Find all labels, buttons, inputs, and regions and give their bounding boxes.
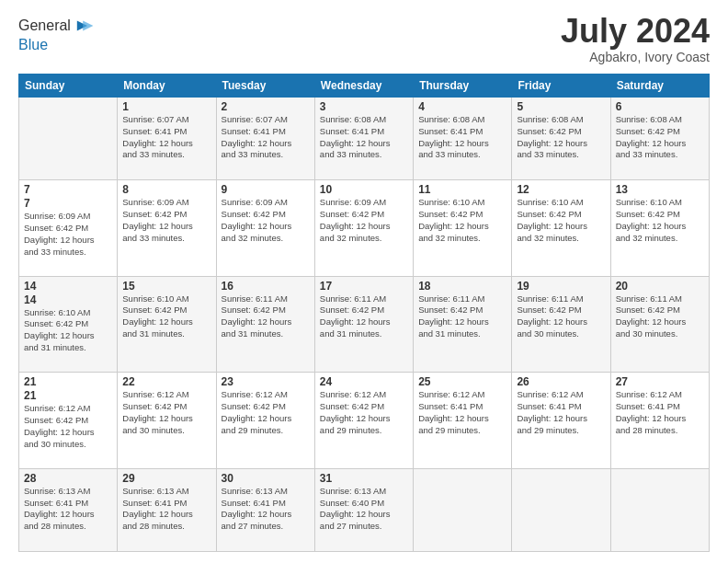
title-block: July 2024 Agbakro, Ivory Coast: [561, 15, 710, 64]
day-info: Sunrise: 6:11 AMSunset: 6:42 PMDaylight:…: [616, 293, 704, 340]
day-info: Sunrise: 6:12 AMSunset: 6:41 PMDaylight:…: [517, 389, 605, 436]
day-number: 14: [24, 280, 112, 293]
day-number: 28: [24, 472, 112, 485]
svg-marker-1: [83, 20, 93, 30]
table-cell: 24Sunrise: 6:12 AMSunset: 6:42 PMDayligh…: [314, 373, 413, 469]
page-header: General Blue July 2024 Agbakro, Ivory Co…: [18, 15, 710, 64]
col-monday: Monday: [118, 75, 216, 98]
logo-arrow-icon: [73, 15, 95, 37]
day-info: Sunrise: 6:11 AMSunset: 6:42 PMDaylight:…: [418, 293, 506, 340]
col-saturday: Saturday: [610, 75, 709, 98]
day-info: Sunrise: 6:10 AMSunset: 6:42 PMDaylight:…: [418, 197, 506, 244]
day-info: Sunrise: 6:09 AMSunset: 6:42 PMDaylight:…: [122, 197, 210, 244]
table-cell: 10Sunrise: 6:09 AMSunset: 6:42 PMDayligh…: [314, 180, 413, 277]
table-cell: 3Sunrise: 6:08 AMSunset: 6:41 PMDaylight…: [314, 98, 413, 180]
day-number: 30: [222, 472, 310, 485]
table-cell: 16Sunrise: 6:11 AMSunset: 6:42 PMDayligh…: [216, 276, 314, 373]
table-cell: 17Sunrise: 6:11 AMSunset: 6:42 PMDayligh…: [314, 276, 413, 373]
day-info: Sunrise: 6:10 AMSunset: 6:42 PMDaylight:…: [24, 307, 112, 354]
day-number: 12: [517, 183, 605, 196]
day-number: 5: [517, 100, 605, 113]
day-info: Sunrise: 6:10 AMSunset: 6:42 PMDaylight:…: [122, 293, 210, 340]
day-number: 23: [222, 375, 310, 388]
day-info: Sunrise: 6:13 AMSunset: 6:40 PMDaylight:…: [320, 486, 408, 533]
day-number: 21: [24, 375, 112, 388]
table-cell: [512, 468, 610, 551]
table-cell: 15Sunrise: 6:10 AMSunset: 6:42 PMDayligh…: [118, 276, 216, 373]
day-info: Sunrise: 6:12 AMSunset: 6:41 PMDaylight:…: [418, 389, 506, 436]
table-cell: 1Sunrise: 6:07 AMSunset: 6:41 PMDaylight…: [118, 98, 216, 180]
calendar-table: Sunday Monday Tuesday Wednesday Thursday…: [18, 74, 710, 552]
day-number: 6: [616, 100, 704, 113]
day-number: 10: [320, 183, 408, 196]
day-info: Sunrise: 6:11 AMSunset: 6:42 PMDaylight:…: [320, 293, 408, 340]
calendar-header-row: Sunday Monday Tuesday Wednesday Thursday…: [19, 75, 710, 98]
col-sunday: Sunday: [19, 75, 118, 98]
day-number: 27: [616, 375, 704, 388]
day-info: Sunrise: 6:07 AMSunset: 6:41 PMDaylight:…: [222, 114, 310, 161]
table-cell: 28Sunrise: 6:13 AMSunset: 6:41 PMDayligh…: [19, 468, 118, 551]
day-number: 18: [418, 280, 506, 293]
table-cell: 20Sunrise: 6:11 AMSunset: 6:42 PMDayligh…: [610, 276, 709, 373]
table-cell: 13Sunrise: 6:10 AMSunset: 6:42 PMDayligh…: [610, 180, 709, 277]
table-cell: 18Sunrise: 6:11 AMSunset: 6:42 PMDayligh…: [414, 276, 512, 373]
day-info: Sunrise: 6:08 AMSunset: 6:41 PMDaylight:…: [320, 114, 408, 161]
day-info: Sunrise: 6:12 AMSunset: 6:41 PMDaylight:…: [616, 389, 704, 436]
day-number: 11: [418, 183, 506, 196]
table-cell: 11Sunrise: 6:10 AMSunset: 6:42 PMDayligh…: [414, 180, 512, 277]
table-cell: 19Sunrise: 6:11 AMSunset: 6:42 PMDayligh…: [512, 276, 610, 373]
day-info: Sunrise: 6:07 AMSunset: 6:41 PMDaylight:…: [122, 114, 210, 161]
day-info: Sunrise: 6:13 AMSunset: 6:41 PMDaylight:…: [122, 486, 210, 533]
day-number: 17: [320, 280, 408, 293]
month-title: July 2024: [561, 15, 710, 48]
day-info: Sunrise: 6:12 AMSunset: 6:42 PMDaylight:…: [222, 389, 310, 436]
table-cell: 31Sunrise: 6:13 AMSunset: 6:40 PMDayligh…: [314, 468, 413, 551]
table-cell: 4Sunrise: 6:08 AMSunset: 6:41 PMDaylight…: [414, 98, 512, 180]
day-number: 20: [616, 280, 704, 293]
table-cell: 27Sunrise: 6:12 AMSunset: 6:41 PMDayligh…: [610, 373, 709, 469]
day-number: 21: [24, 389, 112, 402]
table-cell: 9Sunrise: 6:09 AMSunset: 6:42 PMDaylight…: [216, 180, 314, 277]
day-number: 14: [24, 293, 112, 306]
table-cell: 30Sunrise: 6:13 AMSunset: 6:41 PMDayligh…: [216, 468, 314, 551]
day-number: 22: [122, 375, 210, 388]
location: Agbakro, Ivory Coast: [561, 50, 710, 64]
day-info: Sunrise: 6:08 AMSunset: 6:41 PMDaylight:…: [418, 114, 506, 161]
table-cell: 23Sunrise: 6:12 AMSunset: 6:42 PMDayligh…: [216, 373, 314, 469]
table-cell: [610, 468, 709, 551]
table-cell: 2121Sunrise: 6:12 AMSunset: 6:42 PMDayli…: [19, 373, 118, 469]
day-number: 2: [222, 100, 310, 113]
day-info: Sunrise: 6:12 AMSunset: 6:42 PMDaylight:…: [320, 389, 408, 436]
table-cell: [19, 98, 118, 180]
day-number: 31: [320, 472, 408, 485]
day-info: Sunrise: 6:11 AMSunset: 6:42 PMDaylight:…: [222, 293, 310, 340]
day-number: 25: [418, 375, 506, 388]
logo-general-text: General: [18, 17, 71, 34]
day-number: 29: [122, 472, 210, 485]
day-number: 8: [122, 183, 210, 196]
table-cell: 1414Sunrise: 6:10 AMSunset: 6:42 PMDayli…: [19, 276, 118, 373]
day-number: 15: [122, 280, 210, 293]
day-info: Sunrise: 6:13 AMSunset: 6:41 PMDaylight:…: [222, 486, 310, 533]
col-friday: Friday: [512, 75, 610, 98]
col-thursday: Thursday: [414, 75, 512, 98]
table-cell: 77Sunrise: 6:09 AMSunset: 6:42 PMDayligh…: [19, 180, 118, 277]
col-wednesday: Wednesday: [314, 75, 413, 98]
day-number: 1: [122, 100, 210, 113]
day-info: Sunrise: 6:08 AMSunset: 6:42 PMDaylight:…: [616, 114, 704, 161]
day-number: 13: [616, 183, 704, 196]
logo-blue-text: Blue: [18, 37, 95, 53]
table-cell: 5Sunrise: 6:08 AMSunset: 6:42 PMDaylight…: [512, 98, 610, 180]
day-number: 7: [24, 183, 112, 196]
table-cell: 12Sunrise: 6:10 AMSunset: 6:42 PMDayligh…: [512, 180, 610, 277]
day-info: Sunrise: 6:09 AMSunset: 6:42 PMDaylight:…: [24, 211, 112, 258]
table-cell: 22Sunrise: 6:12 AMSunset: 6:42 PMDayligh…: [118, 373, 216, 469]
day-number: 3: [320, 100, 408, 113]
day-info: Sunrise: 6:09 AMSunset: 6:42 PMDaylight:…: [222, 197, 310, 244]
col-tuesday: Tuesday: [216, 75, 314, 98]
day-info: Sunrise: 6:12 AMSunset: 6:42 PMDaylight:…: [122, 389, 210, 436]
day-number: 16: [222, 280, 310, 293]
table-cell: 26Sunrise: 6:12 AMSunset: 6:41 PMDayligh…: [512, 373, 610, 469]
logo: General Blue: [18, 15, 95, 53]
table-cell: 29Sunrise: 6:13 AMSunset: 6:41 PMDayligh…: [118, 468, 216, 551]
